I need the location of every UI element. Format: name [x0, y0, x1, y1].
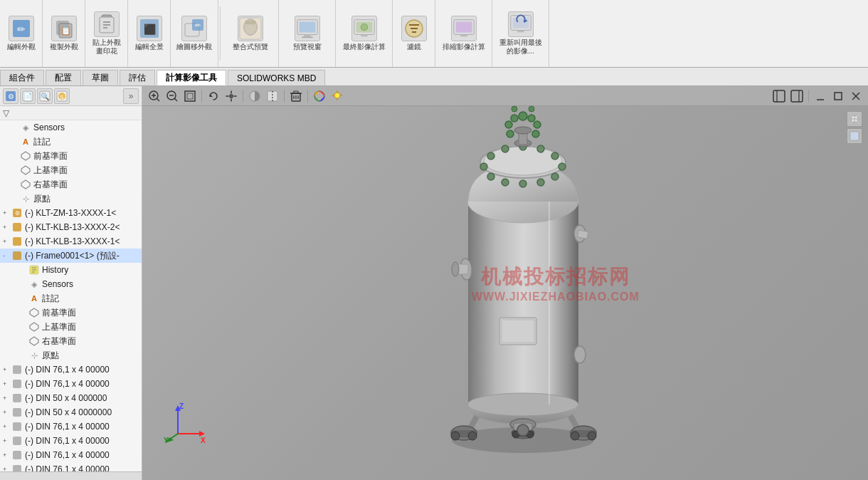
- edit-external-icon[interactable]: ✏: [9, 16, 34, 41]
- history-icon: [28, 264, 40, 276]
- toolbar-preview[interactable]: 預覽視窗: [279, 0, 336, 67]
- view-perspective-icon[interactable]: [847, 128, 862, 144]
- svg-rect-69: [13, 465, 21, 471]
- lp-icon-4[interactable]: S: [54, 88, 70, 104]
- edit-all-icon[interactable]: ⬛: [137, 16, 162, 41]
- toolbar-filter[interactable]: 濾鏡: [393, 0, 435, 67]
- tree-din7[interactable]: + (-) DIN 76,1 x 4 00000: [0, 448, 142, 462]
- tab-calc-image-tool[interactable]: 計算影像工具: [157, 70, 226, 85]
- tree-din5[interactable]: + (-) DIN 76,1 x 4 00000: [0, 419, 142, 434]
- toolbar-combined[interactable]: 整合式預覽: [222, 0, 279, 67]
- calc-image-icon[interactable]: [351, 16, 377, 41]
- tree-klt-zm[interactable]: + ⚙ (-) KLT-ZM-13-XXXX-1<: [0, 206, 142, 220]
- paste-label: 貼上外觀畫印花: [92, 38, 121, 56]
- lp-icon-2[interactable]: 📄: [20, 88, 36, 104]
- din1-label: (-) DIN 76,1 x 4 00000: [25, 365, 110, 375]
- fit-view-icon[interactable]: [182, 88, 198, 104]
- sensor-icon: ◈: [20, 122, 31, 133]
- tree-top-plane2[interactable]: 上基準面: [0, 320, 142, 334]
- tank-3d-view: [228, 100, 811, 452]
- tree-top-plane[interactable]: 上基準面: [0, 163, 142, 177]
- tree-front-plane2[interactable]: 前基準面: [0, 306, 142, 320]
- svg-line-79: [174, 98, 177, 101]
- tree-din6[interactable]: + (-) DIN 76,1 x 4 00000: [0, 434, 142, 448]
- tree-right-plane2[interactable]: 右基準面: [0, 334, 142, 348]
- tree-din1[interactable]: + (-) DIN 76,1 x 4 00000: [0, 362, 142, 377]
- tree-sensors2[interactable]: ◈ Sensors: [0, 277, 142, 291]
- tree-din3[interactable]: + (-) DIN 50 x 4 000000: [0, 391, 142, 405]
- klt-klb2-label: (-) KLT-KLB-13-XXXX-2<: [25, 222, 120, 232]
- toolbar-edit-external[interactable]: ✏ 編輯外觀: [0, 0, 43, 67]
- tree-din4[interactable]: + (-) DIN 50 x 4 0000000: [0, 405, 142, 419]
- tree-origin2[interactable]: ⊹ 原點: [0, 348, 142, 362]
- close-icon[interactable]: [848, 88, 864, 104]
- din3-icon: [11, 392, 23, 404]
- viewport-3d[interactable]: 机械投标招标网 WWW.JIXIEZHAOBIAO.COM Z X Y: [142, 86, 868, 480]
- toolbar-reload[interactable]: 重新叫用最後的影像...: [492, 0, 549, 67]
- svg-point-121: [588, 432, 596, 440]
- tree-front-plane[interactable]: 前基準面: [0, 149, 142, 163]
- tab-solidworks-mbd[interactable]: SOLIDWORKS MBD: [228, 70, 325, 85]
- tab-drawing[interactable]: 草圖: [83, 70, 118, 85]
- minimize-icon[interactable]: [813, 88, 828, 104]
- copy-icon[interactable]: 📋: [51, 16, 77, 41]
- reload-icon[interactable]: [508, 11, 534, 37]
- expand-klt-zm[interactable]: +: [3, 209, 11, 216]
- left-panel-bottom-scroll[interactable]: [0, 471, 142, 480]
- toolbar-edit-all[interactable]: ⬛ 編輯全景: [128, 0, 171, 67]
- tree-annotation[interactable]: A 註記: [0, 135, 142, 149]
- combined-icon[interactable]: [238, 16, 263, 41]
- tank-svg: [384, 91, 655, 461]
- lp-expand-icon[interactable]: »: [123, 88, 139, 104]
- rotate-icon[interactable]: [206, 88, 221, 104]
- svg-marker-82: [210, 94, 213, 97]
- front-plane2-icon: [28, 307, 40, 318]
- tree-klt-klb-1[interactable]: + (-) KLT-KLB-13-XXXX-1<: [0, 234, 142, 249]
- lp-icon-1[interactable]: ⚙: [3, 88, 18, 104]
- svg-rect-31: [455, 22, 472, 33]
- svg-point-120: [571, 432, 579, 440]
- tab-assembly[interactable]: 組合件: [0, 70, 44, 85]
- tree-din8[interactable]: + (-) DIN 76,1 x 4 00000: [0, 462, 142, 471]
- tree-annotation2[interactable]: A 註記: [0, 291, 142, 306]
- svg-rect-80: [185, 91, 195, 101]
- front-plane2-label: 前基準面: [42, 307, 76, 319]
- filter-icon[interactable]: [401, 16, 427, 41]
- tree-sensors[interactable]: ◈ Sensors: [0, 120, 142, 135]
- paste-icon[interactable]: [94, 11, 120, 37]
- view-top-icon[interactable]: [847, 111, 862, 127]
- annotation-label: 註記: [33, 136, 51, 148]
- lp-icon-3[interactable]: 🔍: [37, 88, 53, 104]
- tab-evaluate[interactable]: 評估: [120, 70, 155, 85]
- toolbar-proj-calc[interactable]: 排縮影像計算: [435, 0, 492, 67]
- toolbar-copy-external[interactable]: 📋 複製外觀: [43, 0, 85, 67]
- tree-klt-klb-2[interactable]: + (-) KLT-KLB-13-XXXX-2<: [0, 220, 142, 234]
- svg-rect-64: [13, 394, 21, 402]
- zoom-in-icon[interactable]: [147, 88, 162, 104]
- zoom-out-icon[interactable]: [164, 88, 180, 104]
- svg-point-116: [468, 432, 477, 440]
- svg-point-154: [529, 106, 534, 112]
- svg-rect-89: [268, 91, 277, 101]
- tree-history[interactable]: History: [0, 263, 142, 277]
- restore-icon[interactable]: [830, 88, 846, 104]
- svg-rect-20: [304, 35, 310, 37]
- tree-origin[interactable]: ⊹ 原點: [0, 192, 142, 206]
- tree-right-plane[interactable]: 右基準面: [0, 177, 142, 192]
- din6-icon: [11, 435, 23, 447]
- toolbar-paste-external[interactable]: 貼上外觀畫印花: [85, 0, 128, 67]
- svg-point-150: [511, 115, 518, 122]
- din5-label: (-) DIN 76,1 x 4 00000: [25, 422, 110, 432]
- toolbar-move-external[interactable]: ✏ 繪圖移外觀: [171, 0, 218, 67]
- tab-config[interactable]: 配置: [46, 70, 81, 85]
- svg-point-146: [514, 127, 531, 134]
- svg-rect-65: [13, 408, 21, 417]
- tree-din2[interactable]: + (-) DIN 76,1 x 4 00000: [0, 377, 142, 391]
- proj-calc-icon[interactable]: [451, 16, 477, 41]
- preview-icon[interactable]: [295, 16, 320, 41]
- svg-marker-60: [30, 323, 38, 331]
- toolbar-calc-image[interactable]: 最終影像計算: [336, 0, 393, 67]
- move-icon[interactable]: ✏: [181, 16, 207, 41]
- tree-frame[interactable]: - (-) Frame0001<1> (預設-: [0, 249, 142, 263]
- din6-label: (-) DIN 76,1 x 4 00000: [25, 436, 110, 446]
